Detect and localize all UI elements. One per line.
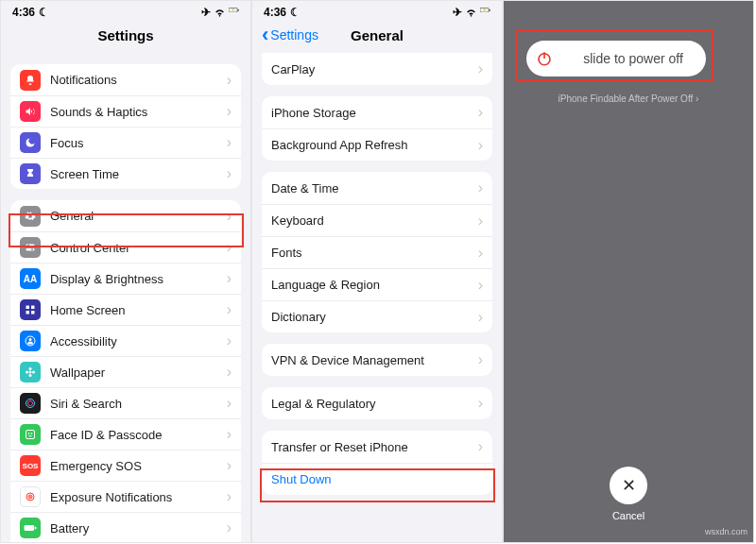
chevron-right-icon: › <box>478 245 483 262</box>
row-exposure-notifications[interactable]: Exposure Notifications› <box>10 481 241 512</box>
row-keyboard[interactable]: Keyboard› <box>262 204 492 236</box>
svg-rect-9 <box>26 311 30 314</box>
row-label: CarPlay <box>271 62 478 76</box>
back-button[interactable]: Settings <box>262 27 318 42</box>
svg-rect-3 <box>26 245 35 247</box>
row-notifications[interactable]: Notifications› <box>10 64 241 95</box>
settings-group-1: Notifications›Sounds & Haptics›Focus›Scr… <box>10 64 241 189</box>
chevron-right-icon: › <box>227 208 232 225</box>
chevron-right-icon: › <box>227 426 232 443</box>
svg-point-18 <box>26 400 35 408</box>
row-label: Shut Down <box>271 472 483 486</box>
row-battery[interactable]: Battery› <box>10 512 241 543</box>
row-screen-time[interactable]: Screen Time› <box>10 158 241 189</box>
row-sounds-haptics[interactable]: Sounds & Haptics› <box>10 95 241 127</box>
row-iphone-storage[interactable]: iPhone Storage› <box>262 96 492 128</box>
chevron-right-icon: › <box>227 103 232 120</box>
row-fonts[interactable]: Fonts› <box>262 236 492 268</box>
face-icon <box>20 424 41 445</box>
row-legal-regulatory[interactable]: Legal & Regulatory› <box>262 387 492 419</box>
row-background-app-refresh[interactable]: Background App Refresh› <box>262 128 492 161</box>
general-group-storage: iPhone Storage›Background App Refresh› <box>262 96 492 161</box>
exposure-icon <box>20 486 41 507</box>
chevron-right-icon: › <box>227 239 232 256</box>
chevron-right-icon: › <box>478 351 483 368</box>
row-dictionary[interactable]: Dictionary› <box>262 300 492 332</box>
row-label: Dictionary <box>271 310 478 324</box>
row-carplay[interactable]: CarPlay› <box>262 53 492 85</box>
chevron-right-icon: › <box>478 104 483 121</box>
svg-point-0 <box>219 14 221 16</box>
svg-rect-20 <box>26 431 35 439</box>
row-transfer-reset[interactable]: Transfer or Reset iPhone› <box>262 431 492 463</box>
speaker-icon <box>20 101 41 122</box>
row-control-center[interactable]: Control Center› <box>10 231 241 263</box>
row-emergency-sos[interactable]: SOSEmergency SOS› <box>10 450 241 481</box>
row-label: VPN & Device Management <box>271 353 478 367</box>
row-wallpaper[interactable]: Wallpaper› <box>10 356 241 387</box>
general-group-legal: Legal & Regulatory› <box>262 387 492 419</box>
wifi-icon <box>466 8 476 18</box>
svg-point-17 <box>32 371 35 374</box>
chevron-right-icon: › <box>478 438 483 455</box>
row-label: Emergency SOS <box>50 459 227 473</box>
svg-point-6 <box>31 248 33 250</box>
svg-rect-27 <box>35 527 37 529</box>
general-group-vpn: VPN & Device Management› <box>262 344 492 376</box>
row-label: Wallpaper <box>50 366 227 380</box>
header-general: Settings General <box>252 22 502 53</box>
svg-point-5 <box>27 245 29 246</box>
chevron-right-icon: › <box>227 165 232 182</box>
status-time: 4:36 <box>12 6 35 19</box>
chevron-right-icon: › <box>478 309 483 326</box>
row-home-screen[interactable]: Home Screen› <box>10 294 241 325</box>
svg-rect-26 <box>25 525 34 531</box>
row-label: Date & Time <box>271 181 478 196</box>
row-label: Screen Time <box>50 167 227 181</box>
page-title: Settings <box>97 27 153 43</box>
cancel-button[interactable]: ✕ <box>610 467 647 504</box>
svg-rect-4 <box>26 248 35 251</box>
findable-text[interactable]: iPhone Findable After Power Off › <box>504 94 753 104</box>
chevron-right-icon: › <box>227 301 232 318</box>
general-group-partial: CarPlay› <box>262 53 492 85</box>
cancel-label: Cancel <box>504 510 753 521</box>
row-label: Display & Brightness <box>50 272 227 286</box>
row-display-brightness[interactable]: AADisplay & Brightness› <box>10 263 241 294</box>
row-label: Battery <box>50 521 227 536</box>
row-siri-search[interactable]: Siri & Search› <box>10 387 241 418</box>
row-face-id-passcode[interactable]: Face ID & Passcode› <box>10 418 241 450</box>
svg-rect-10 <box>31 311 35 314</box>
svg-rect-7 <box>26 306 30 310</box>
power-icon <box>528 42 560 75</box>
general-group-reset: Transfer or Reset iPhone›Shut Down <box>262 431 492 495</box>
row-general[interactable]: General› <box>10 200 241 231</box>
row-focus[interactable]: Focus› <box>10 127 241 158</box>
row-language-region[interactable]: Language & Region› <box>262 268 492 300</box>
moon-icon: ☾ <box>39 6 49 19</box>
chevron-right-icon: › <box>478 60 483 77</box>
svg-rect-30 <box>490 8 490 10</box>
chevron-right-icon: › <box>227 270 232 287</box>
svg-point-12 <box>29 338 32 341</box>
row-date-time[interactable]: Date & Time› <box>262 172 492 204</box>
row-label: iPhone Storage <box>271 106 478 120</box>
general-screen: 4:36 ☾ ✈ Settings General CarPlay› iPhon… <box>251 0 503 543</box>
slider-text: slide to power off <box>560 51 706 66</box>
status-bar: 4:36 ☾ ✈ <box>252 1 502 22</box>
sos-icon: SOS <box>20 455 41 476</box>
bell-icon <box>20 70 41 91</box>
slide-to-power-off[interactable]: slide to power off <box>526 41 706 76</box>
svg-point-16 <box>26 371 28 374</box>
row-accessibility[interactable]: Accessibility› <box>10 325 241 356</box>
battery-icon <box>480 8 490 18</box>
row-vpn-device-management[interactable]: VPN & Device Management› <box>262 344 492 376</box>
moon-icon <box>20 132 41 153</box>
row-label: Siri & Search <box>50 397 227 411</box>
chevron-right-icon: › <box>478 212 483 230</box>
watermark: wsxdn.com <box>705 527 747 536</box>
row-label: Legal & Regulatory <box>271 397 478 411</box>
settings-screen: 4:36 ☾ ✈ Settings Notifications›Sounds &… <box>0 0 251 543</box>
row-shut-down[interactable]: Shut Down <box>262 463 492 495</box>
chevron-right-icon: › <box>227 395 232 412</box>
